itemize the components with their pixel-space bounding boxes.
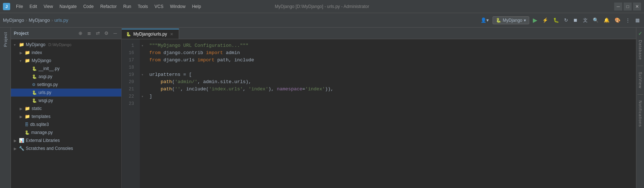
menu-tools[interactable]: Tools	[135, 3, 151, 11]
tab-label: MyDjango\urls.py	[133, 32, 167, 37]
run-config-arrow: ▾	[524, 18, 526, 23]
tree-item-urls[interactable]: ▶ 🐍 urls.py	[11, 89, 121, 97]
tree-item-static[interactable]: ▶ 📁 static	[11, 105, 121, 113]
tree-item-scratches[interactable]: ▶ 🔧 Scratches and Consoles	[11, 144, 121, 152]
tree-item-wsgi[interactable]: ▶ 🐍 wsgi.py	[11, 97, 121, 105]
menu-run[interactable]: Run	[120, 3, 134, 11]
folder-icon: 📁	[25, 58, 30, 63]
code-token: , admin.site.urls),	[198, 78, 251, 86]
line-num-21: 21	[122, 86, 137, 93]
sidebar-toggle-button[interactable]: ▦	[634, 16, 641, 24]
panel-title: Project	[14, 31, 75, 36]
line-num-1: 1	[122, 42, 137, 49]
tab-close-button[interactable]: ✕	[169, 32, 174, 37]
code-content[interactable]: """MyDjango URL Configuration...""" from…	[145, 39, 636, 188]
folder-icon: 📁	[25, 106, 30, 111]
fold-spacer-20	[140, 78, 145, 86]
tree-label: manage.py	[31, 130, 53, 135]
main-layout: Project Project ⊕ ≣ ⇄ ⚙ ─ ▾ 📁 MyDjango D…	[0, 28, 644, 188]
panel-close-icon[interactable]: ─	[112, 30, 118, 37]
py-file-icon: 🐍	[32, 90, 37, 95]
panel-settings-icon[interactable]: ⚙	[103, 30, 110, 37]
tree-label: templates	[32, 114, 50, 119]
breadcrumb-sep-1: ›	[26, 17, 27, 23]
menu-window[interactable]: Window	[167, 3, 189, 11]
code-line-20: path ( 'admin/' , admin.site.urls),	[149, 78, 632, 86]
folder-icon: 📁	[25, 50, 30, 55]
sidebar-strip: Project	[0, 28, 11, 188]
menu-help[interactable]: Help	[189, 3, 204, 11]
color-button[interactable]: 🎨	[613, 16, 622, 24]
notifications-panel-label[interactable]: Notifications	[638, 98, 643, 130]
tree-path: D:\MyDjango	[48, 42, 72, 47]
code-token: path, include	[214, 57, 254, 64]
more-options-button[interactable]: ⋮	[624, 16, 632, 24]
fold-btn-22[interactable]: ▾	[140, 93, 145, 100]
stop-button[interactable]: ⏹	[572, 16, 579, 24]
code-token: 'admin/'	[175, 78, 197, 86]
menu-vcs[interactable]: VCS	[151, 3, 166, 11]
tab-file-icon: 🐍	[126, 32, 131, 37]
fold-btn-1[interactable]: ▾	[140, 42, 145, 49]
database-panel-label[interactable]: Database	[638, 37, 643, 63]
code-token: urlpatterns = [	[149, 71, 192, 78]
maximize-button[interactable]: □	[624, 3, 632, 11]
minimize-button[interactable]: ─	[614, 3, 622, 11]
menu-navigate[interactable]: Navigate	[57, 3, 80, 11]
folder-icon: 📁	[25, 114, 30, 119]
debug-button[interactable]: 🐛	[552, 16, 560, 24]
tree-item-mydjango-sub[interactable]: ▾ 📁 MyDjango	[11, 57, 121, 65]
run-config-label: MyDjango	[503, 18, 522, 23]
tree-item-asgi[interactable]: ▶ 🐍 asgi.py	[11, 73, 121, 81]
menu-view[interactable]: View	[41, 3, 56, 11]
code-token: path	[161, 78, 172, 86]
tree-item-init[interactable]: ▶ 🐍 __init__.py	[11, 65, 121, 73]
profile-button[interactable]: 👤▾	[479, 16, 490, 24]
menu-refactor[interactable]: Refactor	[97, 3, 120, 11]
tree-item-settings[interactable]: ▶ ⚙ settings.py	[11, 81, 121, 89]
menu-file[interactable]: File	[13, 3, 26, 11]
tree-item-index[interactable]: ▶ 📁 index	[11, 49, 121, 57]
tree-item-external-libs[interactable]: ▶ 📊 External Libraries	[11, 136, 121, 144]
update-button[interactable]: 🔔	[602, 16, 611, 24]
translate-button[interactable]: 文	[582, 16, 589, 25]
code-token: namespace	[277, 86, 302, 93]
code-editor[interactable]: 1 16 17 18 19 20 21 22 23 ▾ ▾ ▾	[122, 39, 636, 188]
menu-edit[interactable]: Edit	[27, 3, 40, 11]
tree-item-templates[interactable]: ▶ 📁 templates	[11, 113, 121, 120]
code-token: ,	[243, 86, 249, 93]
fold-spacer-21	[140, 86, 145, 93]
project-strip-label[interactable]: Project	[3, 29, 8, 50]
reload-button[interactable]: ↻	[563, 16, 570, 24]
fold-spacer-17	[140, 57, 145, 64]
menu-bar: File Edit View Navigate Code Refactor Ru…	[13, 3, 204, 11]
tree-item-db[interactable]: ▶ 🗄 db.sqlite3	[11, 120, 121, 128]
tree-item-mydjango-root[interactable]: ▾ 📁 MyDjango D:\MyDjango	[11, 41, 121, 49]
arrow-icon: ▶	[20, 107, 23, 111]
run-button[interactable]: ▶	[531, 17, 539, 24]
code-token: """MyDjango URL Configuration..."""	[149, 42, 248, 49]
fold-btn-19[interactable]: ▾	[140, 71, 145, 78]
editor-tab-urls[interactable]: 🐍 MyDjango\urls.py ✕	[122, 29, 179, 39]
breadcrumb-part-3[interactable]: urls.py	[54, 17, 68, 23]
menu-code[interactable]: Code	[80, 3, 97, 11]
line-num-18: 18	[122, 64, 137, 71]
breadcrumb-sep-2: ›	[51, 17, 53, 23]
tree-item-manage[interactable]: ▶ 🐍 manage.py	[11, 128, 121, 136]
breadcrumb-part-2[interactable]: MyDjango	[29, 17, 50, 23]
panel-collapse-icon[interactable]: ≣	[86, 30, 92, 37]
panel-expand-icon[interactable]: ⇄	[94, 30, 101, 37]
code-line-21: path ( '' , include( 'index.urls' , 'ind…	[149, 86, 632, 93]
panel-nav-icon[interactable]: ⊕	[77, 30, 84, 37]
line-numbers: 1 16 17 18 19 20 21 22 23	[122, 39, 140, 188]
close-button[interactable]: ✕	[633, 3, 641, 11]
run-config-selector[interactable]: 🐍 MyDjango ▾	[493, 16, 529, 24]
line-num-16: 16	[122, 49, 137, 57]
sciview-panel-label[interactable]: SciView	[638, 69, 643, 91]
arrow-icon: ▶	[14, 139, 17, 143]
breadcrumb-part-1[interactable]: MyDjango	[3, 17, 24, 23]
search-button[interactable]: 🔍	[591, 16, 600, 24]
code-token: (	[172, 86, 175, 93]
fold-spacer-16	[140, 49, 145, 57]
coverage-button[interactable]: ⚡	[541, 16, 550, 24]
